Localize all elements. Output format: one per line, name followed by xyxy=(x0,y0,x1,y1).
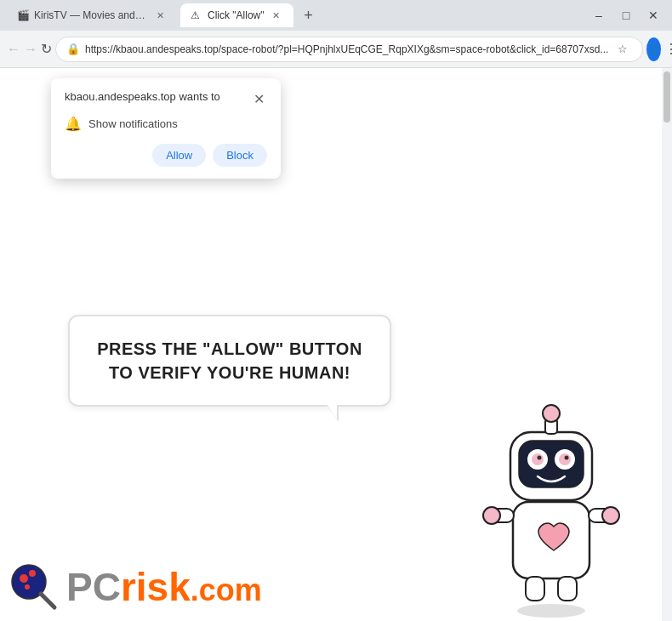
back-button[interactable]: ← xyxy=(7,37,20,62)
svg-point-18 xyxy=(565,456,569,460)
pcrisk-logo: PC risk .com xyxy=(9,561,262,612)
tab2-favicon: ⚠ xyxy=(191,9,202,21)
robot-image xyxy=(466,383,636,604)
lock-icon: 🔒 xyxy=(66,43,80,55)
allow-button[interactable]: Allow xyxy=(152,144,206,167)
tab1-label: KirisTV — Movies and Series D... xyxy=(34,9,148,21)
popup-buttons: Allow Block xyxy=(65,144,267,167)
speech-bubble-container: PRESS THE "ALLOW" BUTTON TO VERIFY YOU'R… xyxy=(68,315,391,407)
page-content: kbaou.andespeaks.top wants to ✕ 🔔 Show n… xyxy=(0,68,662,621)
svg-rect-7 xyxy=(558,577,577,601)
svg-point-22 xyxy=(25,584,30,590)
restore-button[interactable]: □ xyxy=(614,3,638,27)
tab1-close[interactable]: ✕ xyxy=(153,9,167,22)
logo-risk-text: risk xyxy=(121,564,191,610)
tab2-close[interactable]: ✕ xyxy=(270,9,283,22)
svg-point-15 xyxy=(532,453,544,465)
svg-point-17 xyxy=(538,456,542,460)
svg-line-23 xyxy=(41,594,54,607)
svg-point-20 xyxy=(20,574,28,583)
address-bar: ← → ↻ 🔒 https://kbaou.andespeaks.top/spa… xyxy=(0,31,672,68)
svg-point-21 xyxy=(29,570,36,577)
block-button[interactable]: Block xyxy=(213,144,267,167)
refresh-button[interactable]: ↻ xyxy=(41,37,52,62)
svg-point-0 xyxy=(517,604,585,618)
scrollbar[interactable] xyxy=(662,68,672,621)
tab2-label: Click "Allow" xyxy=(208,9,265,21)
new-tab-button[interactable]: + xyxy=(297,3,321,27)
svg-point-16 xyxy=(559,453,571,465)
tab-active-2[interactable]: ⚠ Click "Allow" ✕ xyxy=(180,3,293,27)
speech-bubble: PRESS THE "ALLOW" BUTTON TO VERIFY YOU'R… xyxy=(68,315,391,407)
scrollbar-thumb[interactable] xyxy=(663,71,670,122)
forward-button[interactable]: → xyxy=(24,37,37,62)
url-text: https://kbaou.andespeaks.top/space-robot… xyxy=(85,43,608,55)
title-bar: 🎬 KirisTV — Movies and Series D... ✕ ⚠ C… xyxy=(0,0,672,31)
popup-close-button[interactable]: ✕ xyxy=(250,90,267,107)
bookmark-icon[interactable]: ☆ xyxy=(613,40,632,59)
tab-inactive-1[interactable]: 🎬 KirisTV — Movies and Series D... ✕ xyxy=(7,3,177,27)
popup-notification-row: 🔔 Show notifications xyxy=(65,116,267,132)
logo-pc-text: PC xyxy=(66,564,121,610)
menu-button[interactable]: ⋮ xyxy=(664,37,672,61)
profile-button[interactable]: 👤 xyxy=(646,37,661,61)
tab1-favicon: 🎬 xyxy=(17,9,29,21)
svg-point-11 xyxy=(543,405,560,422)
popup-title: kbaou.andespeaks.top wants to xyxy=(65,90,220,105)
popup-header: kbaou.andespeaks.top wants to ✕ xyxy=(65,90,267,107)
bell-icon: 🔔 xyxy=(65,116,82,132)
svg-rect-6 xyxy=(526,577,544,601)
speech-text: PRESS THE "ALLOW" BUTTON TO VERIFY YOU'R… xyxy=(94,337,366,385)
window-controls: – □ ✕ xyxy=(587,3,665,27)
svg-point-5 xyxy=(602,507,619,524)
logo-dotcom-text: .com xyxy=(191,573,262,608)
notification-popup: kbaou.andespeaks.top wants to ✕ 🔔 Show n… xyxy=(51,78,281,179)
close-button[interactable]: ✕ xyxy=(641,3,665,27)
show-notifications-text: Show notifications xyxy=(88,117,178,130)
minimize-button[interactable]: – xyxy=(587,3,611,27)
svg-point-4 xyxy=(483,507,500,524)
url-bar[interactable]: 🔒 https://kbaou.andespeaks.top/space-rob… xyxy=(55,37,643,62)
